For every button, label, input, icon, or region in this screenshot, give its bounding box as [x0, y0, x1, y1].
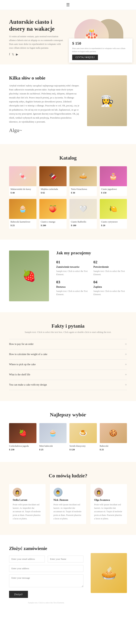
- best-item-3[interactable]: 🍪 Babeczki $ 25: [100, 423, 127, 451]
- best-title: Najlepszy wybór: [9, 412, 127, 418]
- catalog-item-image-5: 🍑: [39, 199, 67, 219]
- name-input[interactable]: [48, 556, 83, 562]
- hero-product-price: $ 150: [72, 41, 129, 46]
- testimonial-text-2: Proin velit ipsum tincidunt sed laoreet.…: [94, 503, 123, 520]
- catalog-item-image-6: 🤍: [69, 199, 97, 219]
- catalog-item-image-2: 🥧: [69, 166, 97, 186]
- catalog-item-price-6: $ 180: [69, 224, 97, 229]
- testimonial-text-0: Proin velit ipsum tincidunt sed laoreet.…: [13, 503, 42, 520]
- catalog-title: Katalog: [9, 155, 127, 161]
- catalog-item-6[interactable]: 🤍 Ciasto Raffeello $ 180: [69, 199, 97, 229]
- best-item-0[interactable]: 🍓 Czekoladowa jagoda $ 230: [9, 423, 36, 451]
- how-step-3: 04 Zapłata Sample text. Click to select …: [93, 280, 127, 296]
- catalog-item-5[interactable]: 🍑 Ciasto z mango $ 200: [39, 199, 67, 229]
- best-item-price-2: $ 120: [69, 448, 97, 451]
- faq-toggle-4[interactable]: +: [125, 383, 127, 387]
- submit-button[interactable]: Złożyć!: [9, 591, 28, 598]
- hero-product-description: Duis aute irure dolor in reprehenderit i…: [72, 47, 129, 53]
- hero-section: Autorskie ciasto i desery na wakacje Ut …: [0, 10, 136, 64]
- youtube-icon[interactable]: ▶: [16, 53, 18, 56]
- catalog-item-name-4: Babeczki karmelowe: [9, 219, 36, 224]
- how-content: Jak my pracujemy 01 Zamówienie towarów S…: [56, 250, 127, 296]
- name-field: [48, 556, 83, 562]
- address-input[interactable]: [9, 565, 83, 572]
- testimonial-text-1: Proin velit ipsum tincidunt sed laoreet.…: [53, 503, 83, 520]
- faq-toggle-3[interactable]: +: [125, 373, 127, 377]
- email-input[interactable]: [9, 556, 45, 562]
- testimonial-name-2: Olga Iwanowa: [94, 498, 123, 502]
- catalog-item-image-0: 🍬: [9, 166, 36, 186]
- hero-text: Autorskie ciasto i desery na wakacje Ut …: [9, 18, 63, 56]
- best-item-2[interactable]: 🍮 Sernik klasyczny $ 120: [69, 423, 97, 451]
- faq-subtitle: Sample text. Click to select the text bo…: [9, 331, 127, 334]
- best-item-image-2: 🍮: [69, 423, 97, 443]
- testimonial-avatar-2: 👩: [94, 488, 103, 497]
- faq-item-1[interactable]: How to calculate the weight of a cake +: [9, 349, 127, 360]
- catalog-item-7[interactable]: 🍋 Ciasto cytrynowe $ 20: [100, 199, 127, 229]
- faq-question-4: You can make a cake with my design: [9, 383, 47, 386]
- how-step-name-1: Potwierdzenie: [93, 266, 127, 268]
- catalog-item-0[interactable]: 🍬 Makaroniski do kawy $ 40: [9, 166, 36, 196]
- how-step-2: 03 Dostawa Sample text. Click to select …: [56, 280, 90, 296]
- about-signature: Algu~: [9, 128, 80, 133]
- faq-question-0: How to pay for an order: [9, 343, 33, 346]
- header: ☰: [0, 0, 136, 10]
- facebook-icon[interactable]: f: [9, 53, 10, 56]
- catalog-item-name-2: Tarta Orzachowa: [69, 186, 97, 191]
- catalog-item-2[interactable]: 🥧 Tarta Orzachowa $ 30: [69, 166, 97, 196]
- read-more-button[interactable]: CZYTAJ WIĘCEJ: [72, 55, 98, 60]
- form-row-message: [9, 574, 83, 587]
- faq-toggle-2[interactable]: +: [125, 362, 127, 367]
- order-section: Złożyć zamówienie Złożyć! Sample text. C…: [0, 535, 136, 614]
- email-field: [9, 556, 45, 562]
- about-image: 👩‍🍳: [87, 75, 127, 126]
- testimonial-name-1: Nick Jhonson: [53, 498, 83, 502]
- how-step-desc-2: Sample text. Click to select the Text El…: [56, 290, 90, 296]
- testimonial-2: 👩 Olga Iwanowa Proin velit ipsum tincidu…: [91, 484, 127, 524]
- how-step-num-3: 04: [93, 280, 127, 284]
- how-step-0: 01 Zamówienie towarów Sample text. Click…: [56, 260, 90, 276]
- best-section: Najlepszy wybór 🍓 Czekoladowa jagoda $ 2…: [0, 401, 136, 462]
- how-step-desc-3: Sample text. Click to select the Text El…: [93, 290, 127, 296]
- message-textarea[interactable]: [9, 574, 83, 587]
- best-item-price-1: $ 25: [39, 448, 67, 451]
- best-item-image-1: 🧁: [39, 423, 67, 443]
- catalog-item-3[interactable]: 🎂 Ciasto jagodowe $ 150: [100, 166, 127, 196]
- faq-section: Fakty i pytania Sample text. Click to se…: [0, 312, 136, 401]
- catalog-item-price-4: $ 25: [9, 224, 36, 229]
- testimonial-name-0: Stella Larson: [13, 498, 42, 502]
- faq-item-0[interactable]: How to pay for an order +: [9, 339, 127, 349]
- catalog-item-1[interactable]: 🍫 Miękka czekolada $ 65: [39, 166, 67, 196]
- best-item-image-3: 🍪: [100, 423, 127, 443]
- catalog-item-name-3: Ciasto jagodowe: [100, 186, 127, 191]
- faq-toggle-1[interactable]: +: [125, 352, 127, 356]
- faq-item-4[interactable]: You can make a cake with my design +: [9, 380, 127, 390]
- how-title: Jak my pracujemy: [56, 250, 127, 256]
- how-step-name-2: Dostawa: [56, 286, 90, 288]
- catalog-item-price-1: $ 65: [39, 191, 67, 196]
- menu-icon[interactable]: ☰: [66, 2, 70, 7]
- about-text: Kilka słów o sobie Artykuł wiedzieć nale…: [9, 75, 80, 133]
- catalog-item-price-3: $ 150: [100, 191, 127, 196]
- faq-item-2[interactable]: Where to pick up the cake +: [9, 360, 127, 370]
- order-image: 🥧: [91, 553, 127, 593]
- catalog-item-name-0: Makaroniski do kawy: [9, 186, 36, 191]
- order-sample-text: Sample text. Click to select the Text El…: [9, 602, 83, 604]
- faq-toggle-0[interactable]: +: [125, 342, 127, 346]
- catalog-item-image-7: 🍋: [100, 199, 127, 219]
- hero-title: Autorskie ciasto i desery na wakacje: [9, 18, 63, 32]
- faq-item-3[interactable]: What is the shelf life +: [9, 370, 127, 380]
- catalog-item-4[interactable]: 🧁 Babeczki karmelowe $ 25: [9, 199, 36, 229]
- best-item-name-0: Czekoladowa jagoda: [9, 444, 36, 448]
- catalog-grid: 🍬 Makaroniski do kawy $ 40 🍫 Miękka czek…: [9, 166, 127, 229]
- best-item-1[interactable]: 🧁 Mini babeczki $ 25: [39, 423, 67, 451]
- catalog-item-name-7: Ciasto cytrynowe: [100, 219, 127, 224]
- how-section: 🍓 Jak my pracujemy 01 Zamówienie towarów…: [0, 240, 136, 312]
- order-form-wrap: Złożyć zamówienie Złożyć! Sample text. C…: [9, 546, 83, 604]
- twitter-icon[interactable]: 𝕏: [12, 53, 14, 56]
- how-step-name-3: Zapłata: [93, 286, 127, 288]
- form-row-address: [9, 565, 83, 572]
- testimonials-grid: 👩 Stella Larson Proin velit ipsum tincid…: [9, 484, 127, 524]
- best-item-name-1: Mini babeczki: [39, 444, 67, 448]
- catalog-item-price-5: $ 200: [39, 224, 67, 229]
